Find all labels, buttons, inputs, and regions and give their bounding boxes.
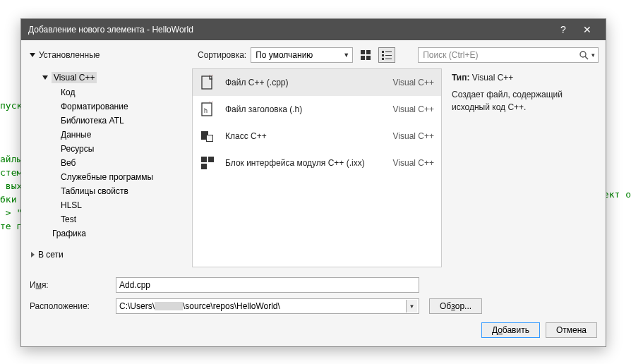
browse-button[interactable]: Обзор... [429,298,482,314]
svg-point-10 [580,51,586,57]
tree-node-online[interactable]: В сети [28,248,191,262]
svg-rect-3 [366,56,371,60]
svg-rect-22 [201,164,207,169]
tree-node[interactable]: Веб [28,156,191,170]
list-icon [382,50,392,60]
location-label: Расположение: [30,301,116,311]
sort-combobox[interactable]: По умолчанию ▼ [251,47,353,63]
search-input[interactable]: Поиск (Ctrl+E) ▾ [418,47,599,63]
background-code-right: ект о [603,189,631,200]
name-input[interactable] [116,277,419,293]
template-item-cpp-class[interactable]: Класс C++ Visual C++ [193,123,441,150]
tree-node[interactable]: Служебные программы [28,170,191,184]
template-description-panel: Тип: Visual C++ Создает файл, содержащий… [445,68,599,267]
chevron-down-icon [30,53,35,57]
redacted-username [155,302,183,310]
chevron-down-icon: ▼ [343,51,349,59]
template-item-cpp-file[interactable]: ++ Файл C++ (.cpp) Visual C++ [193,69,441,96]
svg-rect-9 [385,59,392,59]
tree-node[interactable]: Код [28,85,191,99]
chevron-right-icon [31,252,35,257]
tree-node[interactable]: Форматирование [28,99,191,114]
svg-rect-19 [207,135,212,141]
svg-rect-6 [382,54,384,56]
titlebar[interactable]: Добавление нового элемента - HelloWorld … [21,19,606,40]
svg-rect-7 [385,55,392,56]
svg-rect-8 [382,58,384,60]
svg-rect-2 [361,56,365,60]
chevron-down-icon [42,75,48,80]
svg-text:h: h [204,107,208,114]
svg-rect-1 [366,50,371,54]
sort-label: Сортировка: [198,50,246,60]
grid-icon [361,50,371,60]
category-tree: Visual C++ Код Форматирование Библиотека… [28,68,191,267]
tree-node-visual-cpp[interactable]: Visual C++ [28,70,191,85]
template-list: ++ Файл C++ (.cpp) Visual C++ h++ Файл з… [192,68,442,267]
tree-node[interactable]: Ресурсы [28,142,191,156]
view-details-button[interactable] [378,47,395,63]
tree-node[interactable]: Данные [28,128,191,142]
close-button[interactable]: ✕ [576,22,599,37]
module-icon [200,155,215,171]
tree-node[interactable]: Библиотека ATL [28,114,191,128]
titlebar-title: Добавление нового элемента - HelloWorld [28,25,551,35]
cancel-button[interactable]: Отмена [546,322,597,338]
svg-rect-20 [201,157,207,162]
template-item-module-interface[interactable]: Блок интерфейса модуля C++ (.ixx) Visual… [193,150,441,176]
svg-text:++: ++ [208,102,214,104]
view-large-icons-button[interactable] [357,47,374,63]
svg-rect-12 [202,76,212,89]
svg-rect-5 [385,51,392,52]
tree-node[interactable]: HLSL [28,198,191,212]
svg-rect-4 [382,51,384,53]
svg-rect-0 [361,50,365,54]
svg-line-11 [585,56,588,59]
svg-rect-21 [208,157,214,162]
header-file-icon: h++ [200,102,215,117]
chevron-down-icon: ▼ [406,300,417,313]
tree-node[interactable]: Таблицы свойств [28,184,191,198]
name-label: Имя: [30,280,116,290]
add-new-item-dialog: Добавление нового элемента - HelloWorld … [20,18,606,347]
template-item-header-file[interactable]: h++ Файл заголовка (.h) Visual C++ [193,96,441,123]
chevron-down-icon: ▾ [591,51,595,59]
help-button[interactable]: ? [552,22,575,37]
add-button[interactable]: Добавить [481,322,540,338]
svg-text:++: ++ [208,75,214,77]
cpp-class-icon [200,128,215,144]
tree-node[interactable]: Test [28,212,191,226]
tree-header-installed[interactable]: Установленные [28,50,191,60]
location-combobox[interactable]: C:\Users\\source\repos\HelloWorld\ ▼ [116,298,419,314]
search-icon [579,50,589,60]
cpp-file-icon: ++ [200,75,215,90]
tree-node-graphics[interactable]: Графика [28,226,191,241]
